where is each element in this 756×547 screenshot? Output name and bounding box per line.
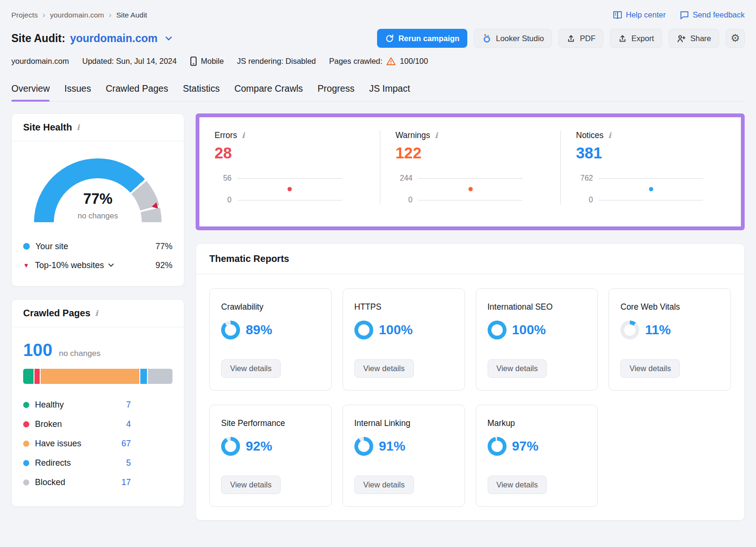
upload-icon bbox=[618, 34, 627, 43]
card-percent: 89% bbox=[246, 322, 272, 338]
share-button[interactable]: Share bbox=[669, 29, 719, 48]
breadcrumb-separator-icon: › bbox=[43, 11, 45, 19]
top-links: Help center Send feedback bbox=[613, 10, 745, 19]
help-center-link[interactable]: Help center bbox=[613, 10, 666, 19]
view-details-button[interactable]: View details bbox=[488, 359, 547, 378]
pdf-label: PDF bbox=[580, 34, 595, 43]
page-title-label: Site Audit: bbox=[11, 32, 65, 45]
site-health-header: Site Health i bbox=[12, 114, 184, 141]
campaign-selector[interactable]: yourdomain.com bbox=[70, 32, 172, 45]
notices-label: Notices bbox=[576, 130, 603, 140]
broken-count-link[interactable]: 4 bbox=[126, 419, 131, 429]
info-icon[interactable]: i bbox=[95, 310, 98, 317]
card-percent: 91% bbox=[379, 439, 405, 454]
gridline bbox=[237, 200, 342, 200]
site-health-title: Site Health bbox=[23, 122, 72, 133]
progress-ring-icon bbox=[488, 321, 507, 339]
meta-domain: yourdomain.com bbox=[11, 57, 69, 66]
tab-bar: Overview Issues Crawled Pages Statistics… bbox=[11, 83, 745, 102]
have-issues-count-link[interactable]: 67 bbox=[121, 439, 131, 449]
view-details-button[interactable]: View details bbox=[488, 476, 547, 494]
tab-issues[interactable]: Issues bbox=[64, 83, 91, 101]
green-dot-icon bbox=[23, 402, 29, 408]
add-user-icon bbox=[677, 34, 686, 43]
site-health-card: Site Health i 77% no changes bbox=[11, 113, 184, 287]
thematic-reports-title: Thematic Reports bbox=[196, 244, 744, 274]
tab-js-impact[interactable]: JS Impact bbox=[369, 83, 410, 101]
legend-row-broken: Broken 4 bbox=[23, 415, 131, 434]
thematic-card-site-performance: Site Performance 92% View details bbox=[209, 405, 332, 507]
chevron-down-icon[interactable] bbox=[108, 263, 114, 267]
crawled-pages-title: Crawled Pages bbox=[23, 308, 90, 319]
view-details-button[interactable]: View details bbox=[354, 476, 414, 494]
info-icon[interactable]: i bbox=[435, 132, 438, 139]
meta-pages-crawled-label: Pages crawled: bbox=[329, 57, 383, 66]
healthy-label: Healthy bbox=[35, 400, 64, 410]
crawled-pages-body: 100 no changes Healthy bbox=[12, 327, 184, 506]
blocked-label: Blocked bbox=[35, 478, 65, 487]
tab-overview[interactable]: Overview bbox=[11, 83, 50, 101]
gray-dot-icon bbox=[23, 479, 29, 486]
progress-ring-icon bbox=[354, 321, 373, 339]
settings-button[interactable]: ⚙ bbox=[726, 29, 745, 48]
tab-compare-crawls[interactable]: Compare Crawls bbox=[234, 83, 303, 101]
healthy-count-link[interactable]: 7 bbox=[126, 400, 131, 410]
breadcrumb-separator-icon: › bbox=[109, 11, 112, 19]
gridline bbox=[599, 178, 703, 179]
export-button[interactable]: Export bbox=[610, 29, 662, 48]
send-feedback-link[interactable]: Send feedback bbox=[680, 10, 745, 19]
issues-summary-panel: Errors i 28 56 0 bbox=[196, 113, 745, 230]
view-details-button[interactable]: View details bbox=[221, 476, 281, 494]
info-icon[interactable]: i bbox=[608, 132, 611, 139]
thematic-reports-grid: Crawlability 89% View details HTTPS 100% bbox=[196, 274, 744, 520]
legend-row-top10: ▼ Top-10% websites 92% bbox=[23, 256, 172, 275]
thematic-card-markup: Markup 97% View details bbox=[476, 405, 598, 507]
send-feedback-label: Send feedback bbox=[693, 10, 745, 19]
your-site-value: 77% bbox=[155, 242, 172, 252]
progress-ring-icon bbox=[221, 321, 240, 339]
info-icon[interactable]: i bbox=[242, 132, 245, 139]
info-icon[interactable]: i bbox=[77, 124, 79, 131]
view-details-button[interactable]: View details bbox=[620, 359, 680, 378]
breadcrumb-site-audit: Site Audit bbox=[116, 11, 147, 19]
meta-updated: Updated: Sun, Jul 14, 2024 bbox=[82, 57, 177, 66]
notices-value[interactable]: 381 bbox=[576, 144, 724, 162]
looker-studio-button[interactable]: Looker Studio bbox=[474, 29, 552, 48]
breadcrumb-domain[interactable]: yourdomain.com bbox=[50, 11, 104, 19]
share-label: Share bbox=[690, 34, 711, 43]
site-audit-page: Projects › yourdomain.com › Site Audit H… bbox=[0, 0, 756, 547]
meta-device-label: Mobile bbox=[201, 57, 224, 66]
crawled-pages-total: 100 bbox=[23, 340, 52, 360]
red-triangle-icon: ▼ bbox=[23, 262, 29, 269]
blocked-count-link[interactable]: 17 bbox=[121, 478, 131, 487]
gridline bbox=[418, 200, 523, 200]
warning-triangle-icon bbox=[386, 57, 396, 66]
errors-value[interactable]: 28 bbox=[215, 144, 363, 162]
refresh-icon bbox=[385, 34, 394, 43]
tab-crawled-pages[interactable]: Crawled Pages bbox=[106, 83, 168, 101]
view-details-button[interactable]: View details bbox=[221, 359, 281, 378]
rerun-campaign-button[interactable]: Rerun campaign bbox=[377, 29, 467, 48]
your-site-label: Your site bbox=[35, 242, 68, 252]
view-details-button[interactable]: View details bbox=[354, 359, 414, 378]
gridline bbox=[599, 200, 703, 200]
crawled-pages-total-row: 100 no changes bbox=[23, 340, 172, 360]
have-issues-label: Have issues bbox=[35, 439, 81, 449]
breadcrumb-projects[interactable]: Projects bbox=[11, 11, 38, 19]
errors-trend-chart: 56 0 bbox=[215, 174, 363, 205]
meta-pages-crawled: Pages crawled: 100/100 bbox=[329, 57, 428, 66]
notices-stat: Notices i 381 762 0 bbox=[560, 130, 741, 205]
crawled-pages-header: Crawled Pages i bbox=[12, 300, 184, 327]
chat-bubble-icon bbox=[680, 11, 689, 19]
left-column: Site Health i 77% no changes bbox=[11, 113, 184, 507]
orange-dot-icon bbox=[23, 441, 29, 447]
tab-statistics[interactable]: Statistics bbox=[183, 83, 220, 101]
redirects-count-link[interactable]: 5 bbox=[126, 458, 131, 468]
axis-min-label: 0 bbox=[215, 196, 232, 204]
warnings-value[interactable]: 122 bbox=[395, 144, 543, 162]
warnings-data-point bbox=[468, 187, 472, 191]
card-title: International SEO bbox=[488, 302, 586, 312]
tab-progress[interactable]: Progress bbox=[318, 83, 354, 101]
pdf-button[interactable]: PDF bbox=[558, 29, 603, 48]
meta-js-rendering: JS rendering: Disabled bbox=[237, 57, 316, 66]
